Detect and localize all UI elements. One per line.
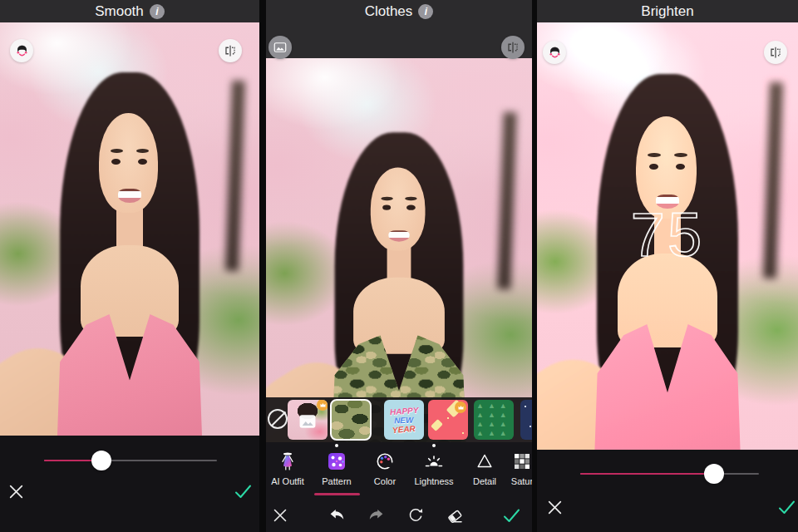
- pattern-icon: [313, 449, 361, 474]
- slider-fill: [580, 473, 714, 475]
- reset-icon: [406, 505, 426, 525]
- photo-preview[interactable]: [0, 22, 259, 436]
- gallery-icon: [273, 40, 288, 55]
- color-palette-icon: [361, 449, 409, 474]
- info-icon[interactable]: i: [418, 4, 433, 19]
- apply-button[interactable]: [500, 505, 522, 526]
- eraser-icon: [445, 505, 465, 525]
- pattern-red-sparkles-thumbnail[interactable]: [428, 400, 468, 440]
- hny-text: YEAR: [392, 423, 416, 434]
- hny-text: HAPPY: [389, 405, 418, 416]
- tab-label: Lightness: [410, 476, 458, 486]
- subject-smile: [118, 189, 140, 203]
- subject-figure: [279, 91, 519, 437]
- saturation-grid-icon: [498, 449, 532, 474]
- tab-modified-dot: [432, 444, 436, 447]
- selected-tab-underline: [314, 493, 360, 495]
- photo-preview[interactable]: [266, 58, 532, 442]
- panel-smooth: Smooth i: [0, 0, 259, 532]
- tab-modified-dot: [335, 444, 338, 447]
- cancel-button[interactable]: [269, 505, 291, 526]
- compare-split-icon: [223, 43, 238, 58]
- pattern-none-thumbnail[interactable]: [268, 409, 288, 429]
- subject-brow: [648, 153, 661, 157]
- compare-split-icon: [505, 40, 520, 55]
- subject-figure: [0, 22, 259, 436]
- reset-button[interactable]: [405, 505, 426, 526]
- header-smooth: Smooth i: [0, 0, 259, 22]
- info-icon[interactable]: i: [150, 4, 165, 19]
- cancel-button[interactable]: [544, 497, 564, 517]
- redo-icon: [367, 505, 387, 525]
- page-title: Brighten: [641, 3, 693, 20]
- pattern-green-trees-thumbnail[interactable]: ▲▲▲▲▲▲▲▲▲▲▲▲▲▲▲▲: [474, 400, 514, 440]
- subject-brow: [405, 197, 416, 200]
- hny-text: NEW: [394, 415, 414, 425]
- brighten-intensity-slider[interactable]: [580, 464, 759, 484]
- compare-button[interactable]: [764, 41, 787, 64]
- brightness-value-overlay: 75: [631, 200, 704, 270]
- undo-button[interactable]: [326, 505, 347, 526]
- pattern-happy-new-year-thumbnail[interactable]: HAPPY NEW YEAR: [384, 400, 424, 440]
- check-icon: [233, 483, 254, 500]
- tab-label: AI Outfit: [266, 476, 312, 486]
- lightness-sun-icon: [410, 449, 458, 474]
- edit-toolbar: [266, 501, 532, 532]
- slider-thumb[interactable]: [704, 464, 724, 484]
- subject-brow: [674, 153, 687, 157]
- header-brighten: Brighten: [537, 0, 798, 22]
- apply-button[interactable]: [776, 497, 797, 517]
- redo-button[interactable]: [366, 505, 387, 526]
- pattern-thumbnail-strip: HAPPY NEW YEAR ▲▲▲▲▲▲▲▲▲▲▲▲▲▲▲▲: [266, 397, 532, 442]
- add-image-icon: [298, 414, 317, 432]
- tab-label: Satur: [498, 476, 532, 486]
- tab-label: Pattern: [313, 476, 361, 486]
- gallery-button[interactable]: [268, 36, 292, 59]
- smooth-intensity-slider[interactable]: [44, 451, 217, 470]
- tab-ai-outfit[interactable]: AI Outfit: [266, 449, 312, 486]
- page-title: Smooth: [95, 3, 144, 20]
- face-shapes-button[interactable]: [543, 41, 566, 64]
- cancel-button[interactable]: [6, 481, 26, 501]
- eraser-button[interactable]: [444, 505, 466, 526]
- tab-lightness[interactable]: Lightness: [410, 449, 458, 486]
- tab-color[interactable]: Color: [361, 449, 409, 486]
- close-icon: [272, 507, 288, 524]
- face-shapes-button[interactable]: [10, 39, 33, 62]
- pattern-custom-photo-thumbnail[interactable]: [288, 400, 328, 440]
- subject-brow: [136, 149, 150, 153]
- pattern-navy-stars-thumbnail[interactable]: [520, 400, 532, 440]
- photo-background: [266, 58, 532, 442]
- clothes-tab-bar: AI Outfit Pattern: [266, 442, 532, 532]
- page-title: Clothes: [365, 3, 413, 20]
- subject-brow: [111, 149, 124, 153]
- check-icon: [501, 507, 522, 524]
- check-icon: [776, 499, 797, 515]
- panel-brighten: Brighten 75: [537, 0, 798, 532]
- tab-pattern-selected[interactable]: Pattern: [313, 449, 361, 486]
- tab-saturation[interactable]: Satur: [498, 449, 532, 486]
- tab-label: Color: [361, 476, 409, 486]
- apply-button[interactable]: [232, 481, 254, 501]
- undo-icon: [327, 505, 347, 525]
- compare-button[interactable]: [219, 39, 242, 62]
- premium-crown-icon: [317, 400, 328, 411]
- slider-thumb[interactable]: [91, 451, 111, 470]
- photo-background: [0, 22, 259, 436]
- compare-button[interactable]: [501, 36, 525, 59]
- face-shapes-icon: [547, 45, 563, 61]
- face-shapes-icon: [14, 43, 30, 59]
- subject-brow: [381, 197, 392, 200]
- ai-outfit-icon: [266, 449, 312, 474]
- close-icon: [546, 499, 564, 516]
- premium-crown-icon: [455, 401, 466, 413]
- compare-split-icon: [768, 45, 783, 60]
- close-icon: [7, 483, 25, 500]
- pattern-camouflage-thumbnail-selected[interactable]: [330, 399, 372, 441]
- panel-clothes: Clothes i: [266, 0, 532, 532]
- header-clothes: Clothes i: [266, 0, 532, 58]
